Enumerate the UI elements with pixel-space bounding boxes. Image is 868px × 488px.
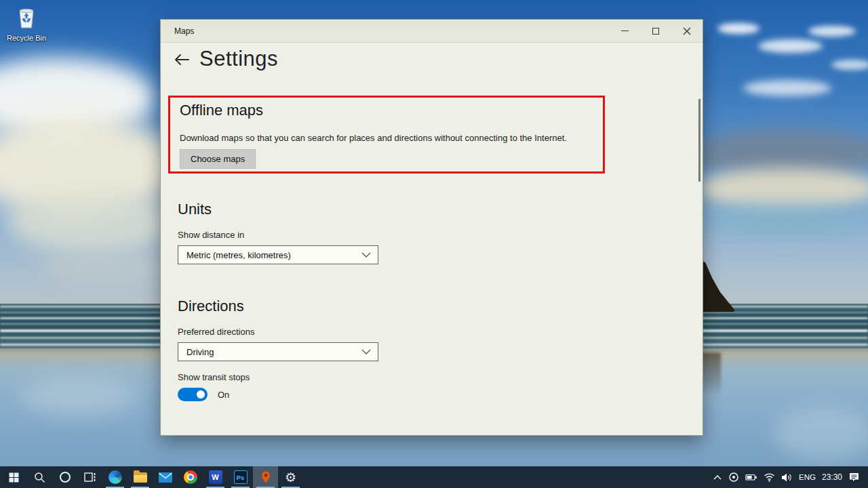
location-icon[interactable] xyxy=(728,472,739,483)
file-explorer-icon xyxy=(134,472,147,483)
page-title: Settings xyxy=(199,47,278,71)
start-button[interactable] xyxy=(0,466,27,488)
recycle-bin-label: Recycle Bin xyxy=(5,34,47,42)
minimize-button[interactable] xyxy=(609,20,640,42)
taskbar-mail-button[interactable] xyxy=(153,466,178,488)
cloud xyxy=(831,60,868,70)
offline-maps-heading: Offline maps xyxy=(180,102,263,119)
chrome-icon xyxy=(184,470,197,484)
toggle-state-label: On xyxy=(218,390,229,400)
cloud xyxy=(743,80,831,96)
scrollbar[interactable] xyxy=(698,99,701,182)
sand-reflection xyxy=(773,407,868,461)
cloud xyxy=(717,23,760,34)
close-button[interactable] xyxy=(671,20,703,42)
taskbar-maps-button[interactable] xyxy=(253,466,278,488)
distance-unit-dropdown[interactable]: Metric (metres, kilometres) xyxy=(178,245,378,264)
back-arrow-icon xyxy=(174,53,190,66)
maximize-icon xyxy=(652,28,659,35)
system-tray: ENG 23:30 xyxy=(713,466,868,488)
battery-icon[interactable] xyxy=(745,472,757,482)
choose-maps-button[interactable]: Choose maps xyxy=(180,149,256,169)
cloud xyxy=(698,202,868,237)
chevron-up-icon[interactable] xyxy=(713,474,722,481)
cloud xyxy=(41,251,176,285)
word-icon: W xyxy=(209,470,222,484)
desktop: Recycle Bin Maps Settings Offline maps D… xyxy=(0,0,868,488)
back-button[interactable] xyxy=(170,49,193,70)
search-icon xyxy=(34,472,45,483)
transit-stops-toggle[interactable] xyxy=(178,388,208,401)
chevron-down-icon xyxy=(361,349,371,354)
close-icon xyxy=(683,27,691,35)
task-view-icon xyxy=(84,472,96,483)
language-indicator[interactable]: ENG xyxy=(799,473,816,481)
titlebar[interactable]: Maps xyxy=(161,20,703,43)
maps-icon xyxy=(260,470,272,484)
sand-reflection xyxy=(20,376,136,417)
taskbar-chrome-button[interactable] xyxy=(178,466,203,488)
units-heading: Units xyxy=(178,201,212,218)
cortana-icon xyxy=(59,471,71,483)
photoshop-icon: Ps xyxy=(234,470,248,484)
cloud xyxy=(7,190,176,254)
settings-gear-icon: ⚙ xyxy=(285,471,296,484)
recycle-bin-shortcut[interactable]: Recycle Bin xyxy=(5,5,47,45)
cloud xyxy=(808,26,856,37)
offline-maps-highlight-box: Offline maps Download maps so that you c… xyxy=(168,96,605,174)
taskbar-word-button[interactable]: W xyxy=(203,466,228,488)
edge-icon xyxy=(108,470,122,484)
clock[interactable]: 23:30 xyxy=(822,472,842,482)
action-center-icon[interactable] xyxy=(848,472,860,483)
directions-heading: Directions xyxy=(178,298,244,315)
show-distance-label: Show distance in xyxy=(178,230,244,240)
taskbar-settings-button[interactable]: ⚙ xyxy=(278,466,303,488)
distance-unit-value: Metric (metres, kilometres) xyxy=(186,250,291,260)
cortana-button[interactable] xyxy=(52,466,77,488)
taskbar-search-button[interactable] xyxy=(27,466,52,488)
chevron-down-icon xyxy=(361,252,371,258)
taskbar: W Ps ⚙ xyxy=(0,466,868,488)
volume-icon[interactable] xyxy=(781,472,793,483)
maps-window: Maps Settings Offline maps Download maps… xyxy=(160,19,703,436)
minimize-icon xyxy=(621,30,629,32)
task-view-button[interactable] xyxy=(77,466,102,488)
preferred-directions-label: Preferred directions xyxy=(178,327,254,337)
taskbar-edge-button[interactable] xyxy=(102,466,127,488)
maximize-button[interactable] xyxy=(640,20,671,42)
cliff-reflection xyxy=(701,352,721,396)
taskbar-photoshop-button[interactable]: Ps xyxy=(228,466,253,488)
offline-maps-description: Download maps so that you can search for… xyxy=(180,133,567,143)
show-transit-stops-label: Show transit stops xyxy=(178,372,250,382)
taskbar-file-explorer-button[interactable] xyxy=(127,466,153,488)
toggle-knob xyxy=(197,390,205,399)
cloud xyxy=(758,39,823,53)
mail-icon xyxy=(159,472,172,483)
preferred-directions-dropdown[interactable]: Driving xyxy=(178,342,378,361)
start-icon xyxy=(9,472,19,483)
preferred-directions-value: Driving xyxy=(186,347,214,357)
wifi-icon[interactable] xyxy=(764,472,775,482)
window-title: Maps xyxy=(161,26,609,36)
recycle-bin-icon xyxy=(15,5,38,30)
